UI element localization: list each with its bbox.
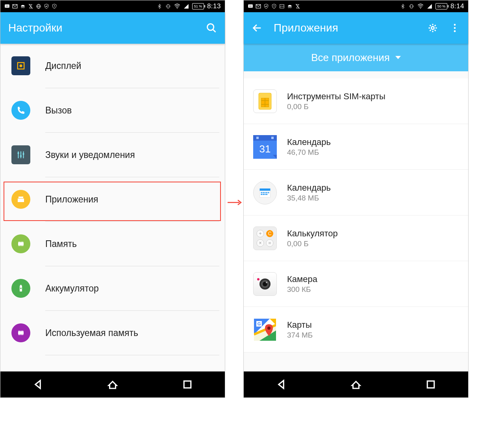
svg-point-16 (177, 8, 178, 9)
svg-point-58 (274, 7, 274, 7)
svg-text:G: G (258, 321, 261, 326)
chevron-down-icon (395, 56, 401, 59)
sim-icon (253, 89, 277, 113)
app-size: 46,70 МБ (287, 148, 331, 157)
svg-point-1 (6, 6, 7, 7)
svg-rect-13 (167, 4, 169, 8)
mail-icon (12, 4, 18, 9)
apps-list: Инструменты SIM-карты 0,00 Б 31 Календар… (244, 71, 468, 371)
settings-item-label: Память (45, 239, 77, 249)
more-icon[interactable] (449, 22, 460, 33)
app-item-camera[interactable]: Камера 300 КБ (244, 261, 468, 307)
svg-text:C: C (268, 231, 272, 236)
svg-rect-29 (18, 242, 24, 245)
clock: 8:14 (450, 2, 464, 10)
app-size: 35,48 МБ (287, 194, 331, 202)
shield-check-icon (44, 4, 49, 9)
svg-point-53 (249, 6, 250, 7)
maps-icon: G (253, 318, 277, 342)
settings-item-battery[interactable]: Аккумулятор (0, 266, 225, 310)
status-bar: 50 % 8:14 (244, 0, 468, 12)
settings-item-display[interactable]: Дисплей (0, 44, 225, 88)
settings-item-memory[interactable]: Память (0, 222, 225, 266)
camera-icon (253, 272, 277, 296)
battery-indicator: 50 % (435, 3, 447, 9)
settings-item-used-memory[interactable]: Используемая память (0, 311, 225, 355)
wifi-icon (174, 3, 180, 9)
svg-point-12 (54, 7, 54, 7)
svg-point-104 (266, 282, 267, 283)
settings-item-label: Приложения (45, 194, 98, 205)
app-name: Календарь (287, 137, 331, 147)
call-icon (11, 101, 30, 120)
svg-point-61 (290, 7, 292, 8)
svg-point-55 (251, 6, 252, 7)
filter-dropdown[interactable]: Все приложения (244, 44, 468, 71)
svg-point-105 (257, 278, 259, 280)
svg-point-20 (20, 65, 22, 67)
svg-point-5 (21, 7, 23, 8)
svg-rect-92 (266, 194, 267, 195)
svg-point-17 (208, 24, 214, 30)
memory-used-icon (11, 323, 30, 342)
app-item-calendar[interactable]: Календарь 35,48 МБ (244, 170, 468, 215)
vibrate-icon (409, 4, 414, 9)
svg-point-6 (23, 7, 25, 8)
app-size: 374 МБ (287, 331, 313, 340)
svg-point-71 (454, 30, 456, 32)
image-icon (279, 4, 285, 9)
sms-icon (248, 4, 253, 9)
settings-item-apps[interactable]: Приложения (0, 177, 225, 221)
app-name: Калькулятор (287, 228, 338, 239)
nav-back-icon[interactable] (275, 379, 287, 390)
settings-item-call[interactable]: Вызов (0, 88, 225, 132)
globe-icon (36, 4, 41, 9)
settings-list: Дисплей Вызов Звуки и уведомления (0, 44, 225, 371)
clock: 8:13 (207, 2, 221, 10)
status-bar: 51 % 8:13 (0, 0, 225, 12)
svg-text:31: 31 (259, 143, 271, 155)
battery-text: 51 % (194, 4, 202, 8)
filter-label: Все приложения (311, 52, 390, 64)
svg-rect-79 (256, 137, 259, 139)
svg-rect-85 (263, 192, 264, 193)
settings-item-label: Аккумулятор (45, 283, 99, 294)
app-item-maps[interactable]: G Карты 374 МБ (244, 307, 468, 353)
sounds-icon (11, 145, 30, 164)
svg-point-69 (454, 24, 456, 26)
svg-rect-89 (261, 194, 262, 195)
memory-icon (11, 234, 30, 253)
svg-rect-28 (19, 197, 23, 198)
svg-point-70 (454, 27, 456, 29)
settings-item-sounds[interactable]: Звуки и уведомления (0, 133, 225, 177)
nav-recent-icon[interactable] (425, 379, 437, 390)
nav-recent-icon[interactable] (182, 379, 193, 390)
svg-text:×: × (259, 240, 261, 246)
search-icon[interactable] (206, 22, 217, 33)
settings-item-label: Звуки и уведомления (45, 150, 135, 160)
back-icon[interactable] (252, 22, 263, 33)
svg-rect-82 (260, 188, 271, 191)
vibrate-icon (165, 4, 171, 9)
nav-back-icon[interactable] (32, 379, 44, 390)
app-item-google-calendar[interactable]: 31 Календарь 46,70 МБ (244, 124, 468, 170)
settings-screen: 51 % 8:13 Настройки Дисплей (0, 0, 225, 398)
app-name: Инструменты SIM-карты (287, 91, 385, 102)
sms-icon (4, 4, 10, 9)
nav-bar (0, 371, 225, 397)
nav-home-icon[interactable] (107, 379, 119, 390)
wifi-icon (417, 3, 424, 9)
shield-alert-icon (271, 4, 277, 9)
app-item-sim-tools[interactable]: Инструменты SIM-карты 0,00 Б (244, 78, 468, 124)
nav-home-icon[interactable] (350, 379, 362, 390)
signal-icon (427, 4, 432, 9)
app-size: 300 КБ (287, 285, 317, 294)
gear-icon[interactable] (427, 22, 438, 33)
svg-point-26 (22, 153, 24, 155)
svg-point-68 (432, 27, 434, 30)
signal-icon (183, 4, 189, 9)
svg-text:=: = (268, 240, 271, 246)
svg-rect-27 (18, 199, 24, 202)
app-item-calculator[interactable]: +C×= Калькулятор 0,00 Б (244, 215, 468, 261)
svg-rect-90 (263, 194, 264, 195)
